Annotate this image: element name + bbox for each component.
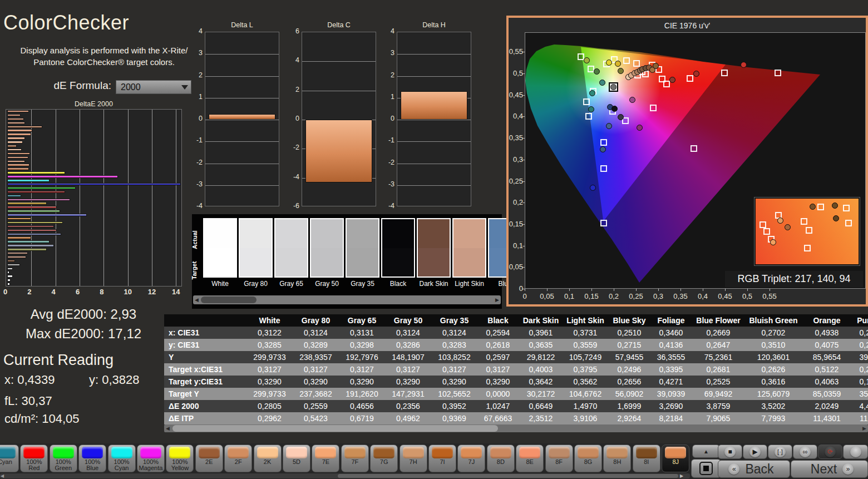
table-cell: 0,4271 — [651, 376, 691, 388]
patch-button-2e[interactable]: 2E — [195, 445, 223, 472]
table-cell: 0,9369 — [431, 412, 477, 424]
patch-button-100-yellow[interactable]: 100% Yellow — [166, 445, 194, 472]
patch-button-2f[interactable]: 2F — [224, 445, 252, 472]
table-cell: 2,0249 — [801, 400, 852, 412]
de-formula-label: dE Formula: — [0, 80, 111, 92]
table-cell: 238,9357 — [293, 351, 339, 363]
y-tick-label: -4 — [380, 202, 394, 210]
table-cell: 191,2620 — [339, 388, 385, 400]
toolbar-scroll-right-icon[interactable]: ▶ — [680, 472, 683, 479]
continuous-button[interactable]: ∞ — [793, 445, 817, 459]
patch-button-7g[interactable]: 7G — [370, 445, 398, 472]
deltae-bar — [7, 167, 29, 170]
patch-color-chip — [461, 447, 482, 458]
patch-button-100-green[interactable]: 100% Green — [50, 445, 77, 472]
patch-button-5d[interactable]: 5D — [283, 445, 310, 472]
toolbar-scroll-left-icon[interactable]: ◀ — [1, 472, 4, 479]
patch-button-100-blue[interactable]: 100% Blue — [78, 445, 106, 472]
patch-button-cyan[interactable]: Cyan — [0, 445, 19, 472]
tick-mark — [658, 289, 659, 291]
y-tick-label: -4 — [285, 173, 299, 181]
inset-measurement-circle — [810, 204, 816, 210]
gridline — [103, 110, 104, 286]
target-square-marker — [623, 57, 630, 64]
blank-button[interactable] — [843, 445, 868, 459]
measurement-circle-marker — [669, 77, 675, 83]
patch-button-8j[interactable]: 8J — [662, 445, 689, 472]
patch-color-chip — [403, 447, 424, 458]
table-cell: 0,3961 — [519, 327, 563, 339]
tick-mark — [569, 289, 570, 291]
interval-button[interactable]: [·] — [768, 445, 792, 459]
cie-y-tick-label: 0,5 — [509, 69, 523, 77]
next-button[interactable]: Next » — [791, 460, 868, 478]
measurement-circle-marker — [611, 106, 618, 112]
table-scrollbar[interactable]: ◀ ▶ — [164, 424, 868, 432]
play-button[interactable]: ▶ — [743, 445, 767, 459]
stop-button[interactable]: ■ — [718, 445, 742, 459]
patch-button-7f[interactable]: 7F — [341, 445, 369, 472]
table-cell: 0,2715 — [608, 339, 651, 351]
toolbar-scrollbar[interactable]: ◀ ▶ — [0, 473, 690, 478]
patch-color-chip — [140, 447, 161, 458]
target-square-marker — [583, 98, 590, 105]
up-arrow-icon: ▲ — [703, 448, 709, 455]
collapse-up-button[interactable]: ▲ — [692, 445, 720, 458]
cie-y-tick-label: 0,1 — [509, 241, 523, 250]
tick-mark — [703, 289, 703, 291]
table-cell: 85,9654 — [801, 351, 852, 363]
y-tick-label: 4 — [188, 27, 203, 35]
table-cell: 104,6762 — [563, 388, 608, 400]
table-scroll-left-icon[interactable]: ◀ — [166, 424, 170, 432]
patch-button-7i[interactable]: 7I — [428, 445, 456, 472]
target-square-marker — [687, 75, 693, 82]
deltae-bar — [7, 122, 25, 124]
scroll-right-icon[interactable]: ▶ — [495, 296, 499, 304]
deltae-bar — [7, 283, 10, 285]
scroll-left-icon[interactable]: ◀ — [195, 296, 199, 304]
patch-button-2k[interactable]: 2K — [254, 445, 282, 472]
patch-button-7e[interactable]: 7E — [312, 445, 339, 472]
stop-measure-button[interactable] — [691, 459, 721, 478]
patch-color-chip — [490, 447, 511, 458]
deltae-bar — [7, 114, 21, 116]
patch-color-chip — [373, 447, 394, 458]
gridline — [128, 110, 129, 286]
table-cell: 0,2559 — [293, 400, 339, 412]
table-cell: 0,4063 — [801, 376, 852, 388]
patch-button-100-red[interactable]: 100% Red — [20, 445, 48, 472]
target-square-marker — [600, 139, 607, 146]
tick-mark — [522, 181, 525, 182]
measurement-circle-marker — [615, 61, 621, 67]
swatch-actual — [453, 219, 485, 248]
inset-target-square — [760, 221, 766, 228]
swatch-actual — [204, 219, 236, 248]
patch-button-8d[interactable]: 8D — [487, 445, 515, 472]
table-row-label: Target y:CIE31 — [164, 376, 246, 388]
swatch-scroll-thumb[interactable] — [201, 297, 257, 303]
de-formula-select[interactable]: 2000 — [116, 80, 191, 94]
table-cell: 105,7249 — [563, 351, 608, 363]
play-icon: ▶ — [749, 446, 761, 457]
patch-button-8i[interactable]: 8I — [633, 445, 660, 472]
patch-button-8f[interactable]: 8F — [545, 445, 573, 472]
patch-button-8h[interactable]: 8H — [603, 445, 631, 472]
table-header-cell: Gray 80 — [293, 314, 339, 327]
table-scroll-thumb[interactable] — [172, 425, 498, 432]
patch-button-100-magenta[interactable]: 100% Magenta — [137, 445, 165, 472]
table-scroll-right-icon[interactable]: ▶ — [862, 424, 866, 432]
patch-button-7j[interactable]: 7J — [457, 445, 485, 472]
patch-button-8g[interactable]: 8G — [574, 445, 602, 472]
refresh-button[interactable]: ⟳ — [818, 445, 842, 459]
patch-button-8e[interactable]: 8E — [516, 445, 544, 472]
patch-button-100-cyan[interactable]: 100% Cyan — [108, 445, 136, 472]
back-button[interactable]: « Back — [718, 460, 790, 478]
swatch-scrollbar[interactable]: ◀ ▶ — [193, 295, 501, 304]
deltae-bar-chart — [6, 109, 182, 287]
cie-x-tick-label: 0,15 — [584, 292, 599, 300]
toolbar-scroll-thumb[interactable] — [338, 474, 678, 478]
table-cell: 57,9455 — [608, 351, 651, 363]
gridline — [205, 141, 279, 142]
y-tick-label: -6 — [285, 202, 299, 210]
patch-button-7h[interactable]: 7H — [400, 445, 427, 472]
